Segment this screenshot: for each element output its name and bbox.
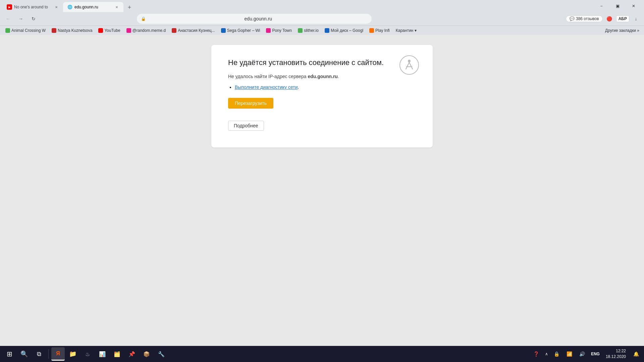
clock-date: 18.12.2020 [606, 354, 626, 360]
volume-icon[interactable]: 🔊 [577, 349, 588, 359]
diagnostics-link[interactable]: Выполните диагностику сети [235, 84, 298, 90]
download-button[interactable]: ↓ [631, 13, 641, 24]
url-text: edu.gounn.ru [149, 16, 368, 21]
tab-1-close[interactable]: ✕ [54, 4, 59, 10]
bookmark-star-button[interactable]: 🔴 [604, 13, 615, 24]
error-domain: edu.gounn.ru [308, 74, 337, 79]
svg-point-0 [400, 56, 419, 74]
bookmark-label-1: Nastya Kuznetsova [58, 28, 92, 33]
bookmark-label-0: Animal Crossing W [11, 28, 46, 33]
reload-button-container: Перезагрузить [228, 98, 416, 115]
wifi-icon[interactable]: 📶 [564, 349, 575, 359]
taskbar-apps[interactable]: 📊 [96, 347, 109, 361]
taskbar-icon-7[interactable]: 🔧 [155, 347, 168, 361]
bookmark-favicon-9 [369, 28, 374, 33]
task-view-button[interactable]: ⧉ [32, 347, 46, 361]
bookmark-sega[interactable]: Sega Gopher – Wi [218, 27, 263, 34]
error-title: Не удаётся установить соединение с сайто… [228, 58, 416, 67]
diagnostics-item: Выполните диагностику сети. [235, 84, 416, 90]
reviews-badge[interactable]: 💬 386 отзывов [566, 15, 603, 22]
taskbar-yandex-browser[interactable]: Я [51, 347, 65, 361]
clock-time: 12:22 [606, 348, 626, 354]
yandex-logo-icon [399, 55, 419, 75]
system-tray-expand[interactable]: ∧ [544, 350, 549, 358]
start-button[interactable]: ⊞ [3, 347, 16, 361]
search-button[interactable]: 🔍 [17, 347, 31, 361]
bookmark-favicon-5 [221, 28, 226, 33]
maximize-button[interactable]: ▣ [610, 1, 625, 11]
bookmark-favicon-2 [98, 28, 103, 33]
taskbar-steam[interactable]: ♨ [81, 347, 94, 361]
bookmark-favicon-1 [52, 28, 56, 33]
taskbar-file-explorer[interactable]: 📁 [66, 347, 79, 361]
bookmark-instagram[interactable]: @random.meme.d [124, 27, 169, 34]
bookmark-label-2: YouTube [104, 28, 120, 33]
tab-2-close[interactable]: ✕ [114, 4, 119, 10]
taskbar-separator-1 [48, 349, 49, 359]
minimize-button[interactable]: − [594, 1, 609, 11]
bookmark-favicon-6 [266, 28, 271, 33]
network-icon[interactable]: 🔒 [551, 349, 562, 359]
error-desc-prefix: Не удалось найти IP-адрес сервера [228, 74, 308, 79]
details-button[interactable]: Подробнее [228, 121, 264, 131]
bookmark-nastya[interactable]: Nastya Kuznetsova [49, 27, 95, 34]
bookmarks-more-button[interactable]: Другие закладки » [603, 27, 641, 34]
error-list: Выполните диагностику сети. [235, 84, 416, 90]
bookmark-label-7: slither.io [304, 28, 319, 33]
bookmark-label-9: Play Infi [375, 28, 390, 33]
system-clock[interactable]: 12:22 18.12.2020 [603, 348, 629, 360]
tab-2-favicon: 🌐 [67, 4, 72, 10]
bookmark-label-4: Анастасия Кузнец... [178, 28, 215, 33]
bookmark-pony-town[interactable]: Pony Town [263, 27, 294, 34]
bookmark-label-6: Pony Town [272, 28, 291, 33]
taskbar-right: ❓ ∧ 🔒 📶 🔊 ENG 12:22 18.12.2020 🔔 [531, 348, 641, 360]
reviews-count: 386 отзывов [576, 16, 599, 21]
bookmark-favicon-8 [325, 28, 329, 33]
bookmark-label-8: Мой диск – Googl [331, 28, 363, 33]
forward-button[interactable]: → [15, 13, 26, 24]
tab-1-favicon: ▶ [7, 4, 12, 10]
tab-1[interactable]: ▶ No one's around to ✕ [3, 2, 63, 12]
bookmark-anastasia[interactable]: Анастасия Кузнец... [169, 27, 218, 34]
reviews-icon: 💬 [570, 16, 575, 21]
details-button-container: Подробнее [228, 121, 416, 131]
bookmark-label-10: Карантин ▾ [396, 28, 417, 33]
error-card: Не удаётся установить соединение с сайто… [211, 45, 433, 147]
bookmark-google-drive[interactable]: Мой диск – Googl [322, 27, 366, 34]
tab-2-title: edu.gounn.ru [74, 5, 112, 9]
taskbar: ⊞ 🔍 ⧉ Я 📁 ♨ 📊 🗂️ 📌 📦 🔧 ❓ ∧ 🔒 📶 🔊 ENG 12:… [0, 346, 644, 362]
tab-2[interactable]: 🌐 edu.gounn.ru ✕ [63, 2, 123, 12]
bookmark-youtube[interactable]: YouTube [96, 27, 123, 34]
error-description: Не удалось найти IP-адрес сервера edu.go… [228, 74, 416, 79]
taskbar-icon-5[interactable]: 📌 [125, 347, 139, 361]
taskbar-icon-4[interactable]: 🗂️ [110, 347, 124, 361]
tab-strip: ▶ No one's around to ✕ 🌐 edu.gounn.ru ✕ … [3, 0, 594, 12]
new-tab-button[interactable]: + [125, 3, 134, 12]
bookmark-karantin[interactable]: Карантин ▾ [393, 27, 419, 34]
svg-line-2 [406, 62, 409, 69]
bookmark-animal-crossing[interactable]: Animal Crossing W [3, 27, 48, 34]
back-button[interactable]: ← [3, 13, 13, 24]
reload-button[interactable]: Перезагрузить [228, 98, 273, 109]
url-bar[interactable]: 🔒 edu.gounn.ru [137, 14, 372, 24]
svg-line-3 [409, 62, 413, 69]
page-content: Не удаётся установить соединение с сайто… [0, 35, 644, 362]
close-button[interactable]: ✕ [626, 1, 641, 11]
error-desc-suffix: . [338, 74, 339, 79]
abr-button[interactable]: АБР [616, 15, 629, 22]
reload-button[interactable]: ↻ [28, 13, 39, 24]
language-indicator[interactable]: ENG [590, 352, 601, 356]
browser-frame: ▶ No one's around to ✕ 🌐 edu.gounn.ru ✕ … [0, 0, 644, 362]
bookmark-favicon-4 [172, 28, 176, 33]
help-icon[interactable]: ❓ [531, 349, 542, 359]
bookmark-play-infi[interactable]: Play Infi [367, 27, 392, 34]
bookmark-slither[interactable]: slither.io [295, 27, 321, 34]
right-controls: 💬 386 отзывов 🔴 АБР ↓ [566, 13, 641, 24]
title-bar: ▶ No one's around to ✕ 🌐 edu.gounn.ru ✕ … [0, 0, 644, 12]
bookmark-favicon-0 [5, 28, 10, 33]
window-controls: − ▣ ✕ [594, 1, 641, 11]
taskbar-icon-6[interactable]: 📦 [140, 347, 153, 361]
notification-button[interactable]: 🔔 [631, 349, 641, 359]
address-bar: ← → ↻ 🔒 edu.gounn.ru 💬 386 отзывов 🔴 АБР… [0, 12, 644, 25]
bookmark-favicon-7 [298, 28, 303, 33]
